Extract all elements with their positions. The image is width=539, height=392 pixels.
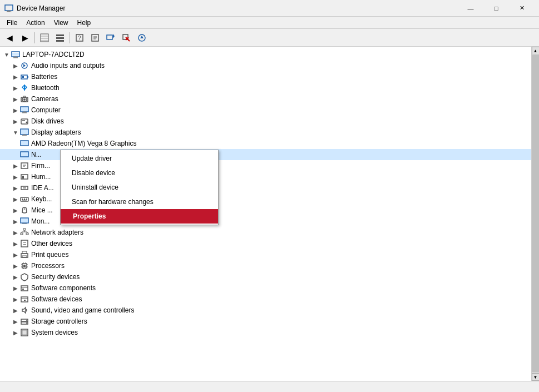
tree-item-software-components[interactable]: ▶ Software components: [0, 282, 531, 294]
software-components-expand-icon[interactable]: ▶: [11, 284, 20, 292]
computer-expand-icon[interactable]: ▶: [11, 106, 20, 115]
display-expand-icon[interactable]: ▼: [11, 128, 20, 137]
menu-action[interactable]: Action: [22, 18, 49, 28]
software-devices-expand-icon[interactable]: ▶: [11, 295, 20, 304]
tree-item-disk[interactable]: ▶ Disk drives: [0, 116, 531, 127]
tree-item-security[interactable]: ▶ Security devices: [0, 271, 531, 282]
scroll-down-button[interactable]: ▼: [532, 373, 540, 381]
svg-rect-16: [107, 35, 112, 39]
display-icon: [20, 128, 29, 137]
context-menu-update-driver[interactable]: Update driver: [61, 151, 218, 166]
tree-root[interactable]: ▼ LAPTOP-7ADCLT2D: [0, 49, 531, 60]
mice-expand-icon[interactable]: ▶: [11, 206, 20, 215]
menu-help[interactable]: Help: [73, 18, 96, 28]
print-icon: [20, 250, 29, 259]
firmware-expand-icon[interactable]: ▶: [11, 161, 20, 170]
tree-view-button[interactable]: [37, 31, 52, 45]
network-expand-icon[interactable]: ▶: [11, 228, 20, 237]
tree-item-audio[interactable]: ▶ Audio inputs and outputs: [0, 60, 531, 71]
svg-text:?: ?: [78, 35, 81, 41]
root-expand-icon[interactable]: ▼: [2, 50, 11, 59]
disk-expand-icon[interactable]: ▶: [11, 117, 20, 126]
firmware-icon: [20, 161, 29, 170]
context-menu-disable-device[interactable]: Disable device: [61, 166, 218, 180]
software-components-icon: [20, 284, 29, 292]
cameras-expand-icon[interactable]: ▶: [11, 95, 20, 103]
tree-item-processors[interactable]: ▶ Processors: [0, 260, 531, 271]
properties-button[interactable]: [88, 31, 102, 45]
add-device-button[interactable]: [103, 31, 118, 45]
update-driver-button[interactable]: [135, 31, 149, 45]
monitors-expand-icon[interactable]: ▶: [11, 217, 20, 226]
svg-rect-1: [7, 11, 11, 12]
tree-item-network[interactable]: ▶ Network adapters: [0, 227, 531, 238]
keyboard-label: Keyb...: [31, 195, 52, 203]
audio-expand-icon[interactable]: ▶: [11, 61, 20, 70]
context-menu-uninstall-device[interactable]: Uninstall device: [61, 180, 218, 195]
root-label: LAPTOP-7ADCLT2D: [22, 51, 85, 58]
security-label: Security devices: [31, 273, 80, 281]
svg-point-99: [26, 322, 27, 324]
mice-label: Mice ...: [31, 206, 53, 214]
tree-item-computer[interactable]: ▶ Computer: [0, 105, 531, 116]
human-expand-icon[interactable]: ▶: [11, 172, 20, 181]
print-label: Print queues: [31, 251, 68, 259]
tree-item-amd[interactable]: AMD Radeon(TM) Vega 8 Graphics: [0, 138, 531, 149]
context-menu-scan-hardware[interactable]: Scan for hardware changes: [61, 195, 218, 209]
maximize-button[interactable]: □: [483, 0, 509, 17]
forward-button[interactable]: ▶: [18, 31, 32, 45]
storage-expand-icon[interactable]: ▶: [11, 317, 20, 326]
processors-icon: [20, 261, 29, 270]
tree-item-cameras[interactable]: ▶ Cameras: [0, 93, 531, 105]
root-icon: [11, 50, 20, 59]
title-bar: Device Manager — □ ✕: [0, 0, 539, 17]
tree-item-bluetooth[interactable]: ▶ Bluetooth: [0, 82, 531, 93]
close-button[interactable]: ✕: [509, 0, 535, 17]
security-expand-icon[interactable]: ▶: [11, 272, 20, 281]
menu-file[interactable]: File: [2, 18, 22, 28]
tree-item-other[interactable]: ▶ = Other devices: [0, 238, 531, 249]
menu-view[interactable]: View: [50, 18, 73, 28]
tree-item-system[interactable]: ▶ System devices: [0, 327, 531, 338]
svg-marker-28: [23, 64, 26, 67]
processors-expand-icon[interactable]: ▶: [11, 261, 20, 270]
tree-item-print[interactable]: ▶ Print queues: [0, 249, 531, 260]
print-expand-icon[interactable]: ▶: [11, 250, 20, 259]
svg-rect-60: [24, 199, 25, 200]
tree-item-display[interactable]: ▼ Display adapters: [0, 127, 531, 138]
scroll-up-button[interactable]: ▲: [532, 47, 540, 54]
minimize-button[interactable]: —: [458, 0, 483, 17]
monitors-icon: [20, 217, 29, 226]
mice-icon: [20, 206, 29, 215]
tree-item-sound[interactable]: ▶ Sound, video and game controllers: [0, 305, 531, 316]
remove-device-button[interactable]: [119, 31, 133, 45]
other-icon: =: [20, 239, 29, 248]
tree-item-storage[interactable]: ▶ Storage controllers: [0, 316, 531, 327]
svg-marker-95: [22, 307, 26, 313]
batteries-expand-icon[interactable]: ▶: [11, 72, 20, 81]
system-expand-icon[interactable]: ▶: [11, 328, 20, 337]
disk-label: Disk drives: [31, 117, 64, 125]
tree-item-batteries[interactable]: ▶ Batteries: [0, 71, 531, 82]
back-button[interactable]: ◀: [2, 31, 17, 45]
other-label: Other devices: [31, 240, 72, 247]
software-components-label: Software components: [31, 284, 96, 292]
list-view-button[interactable]: [53, 31, 67, 45]
other-expand-icon[interactable]: ▶: [11, 239, 20, 248]
keyboard-expand-icon[interactable]: ▶: [11, 195, 20, 204]
context-menu-properties[interactable]: Properties: [61, 209, 218, 224]
status-bar: [0, 381, 539, 392]
sound-expand-icon[interactable]: ▶: [11, 306, 20, 315]
svg-rect-0: [5, 5, 13, 11]
svg-marker-22: [140, 36, 144, 38]
help-button[interactable]: ?: [72, 31, 87, 45]
monitors-label: Mon...: [31, 217, 50, 225]
ide-expand-icon[interactable]: ▶: [11, 183, 20, 192]
storage-label: Storage controllers: [31, 317, 87, 325]
scroll-thumb[interactable]: [532, 55, 539, 373]
scrollbar[interactable]: ▲ ▼: [531, 47, 539, 381]
sound-icon: [20, 306, 29, 315]
tree-item-software-devices[interactable]: ▶ Software devices: [0, 294, 531, 305]
batteries-label: Batteries: [31, 73, 57, 81]
bluetooth-expand-icon[interactable]: ▶: [11, 83, 20, 92]
